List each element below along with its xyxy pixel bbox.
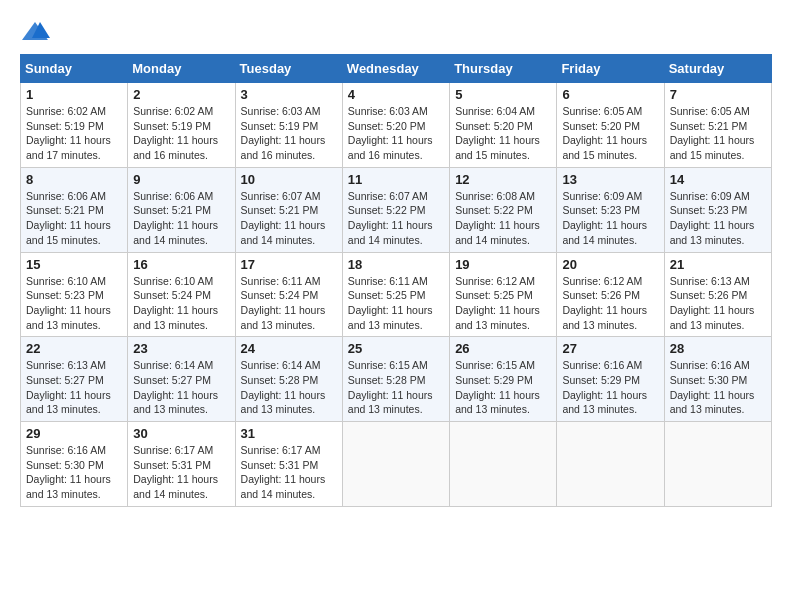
day-info: Sunrise: 6:10 AM Sunset: 5:23 PM Dayligh… (26, 274, 122, 333)
calendar-day-cell: 26 Sunrise: 6:15 AM Sunset: 5:29 PM Dayl… (450, 337, 557, 422)
day-info: Sunrise: 6:08 AM Sunset: 5:22 PM Dayligh… (455, 189, 551, 248)
day-info: Sunrise: 6:11 AM Sunset: 5:24 PM Dayligh… (241, 274, 337, 333)
calendar-day-cell (342, 422, 449, 507)
day-number: 18 (348, 257, 444, 272)
day-info: Sunrise: 6:03 AM Sunset: 5:19 PM Dayligh… (241, 104, 337, 163)
day-info: Sunrise: 6:14 AM Sunset: 5:27 PM Dayligh… (133, 358, 229, 417)
calendar-body: 1 Sunrise: 6:02 AM Sunset: 5:19 PM Dayli… (21, 83, 772, 507)
day-info: Sunrise: 6:06 AM Sunset: 5:21 PM Dayligh… (26, 189, 122, 248)
calendar-day-cell: 29 Sunrise: 6:16 AM Sunset: 5:30 PM Dayl… (21, 422, 128, 507)
calendar-week-row: 29 Sunrise: 6:16 AM Sunset: 5:30 PM Dayl… (21, 422, 772, 507)
calendar-day-cell: 2 Sunrise: 6:02 AM Sunset: 5:19 PM Dayli… (128, 83, 235, 168)
calendar-day-cell (557, 422, 664, 507)
day-info: Sunrise: 6:16 AM Sunset: 5:30 PM Dayligh… (670, 358, 766, 417)
day-number: 25 (348, 341, 444, 356)
calendar-day-cell: 16 Sunrise: 6:10 AM Sunset: 5:24 PM Dayl… (128, 252, 235, 337)
day-number: 14 (670, 172, 766, 187)
calendar-table: SundayMondayTuesdayWednesdayThursdayFrid… (20, 54, 772, 507)
calendar-day-cell: 21 Sunrise: 6:13 AM Sunset: 5:26 PM Dayl… (664, 252, 771, 337)
day-info: Sunrise: 6:05 AM Sunset: 5:20 PM Dayligh… (562, 104, 658, 163)
day-number: 21 (670, 257, 766, 272)
day-number: 13 (562, 172, 658, 187)
weekday-header-row: SundayMondayTuesdayWednesdayThursdayFrid… (21, 55, 772, 83)
day-info: Sunrise: 6:15 AM Sunset: 5:29 PM Dayligh… (455, 358, 551, 417)
day-number: 16 (133, 257, 229, 272)
day-number: 27 (562, 341, 658, 356)
calendar-day-cell: 31 Sunrise: 6:17 AM Sunset: 5:31 PM Dayl… (235, 422, 342, 507)
calendar-day-cell: 3 Sunrise: 6:03 AM Sunset: 5:19 PM Dayli… (235, 83, 342, 168)
day-info: Sunrise: 6:03 AM Sunset: 5:20 PM Dayligh… (348, 104, 444, 163)
day-info: Sunrise: 6:11 AM Sunset: 5:25 PM Dayligh… (348, 274, 444, 333)
weekday-header-cell: Wednesday (342, 55, 449, 83)
day-info: Sunrise: 6:06 AM Sunset: 5:21 PM Dayligh… (133, 189, 229, 248)
weekday-header-cell: Tuesday (235, 55, 342, 83)
calendar-day-cell: 7 Sunrise: 6:05 AM Sunset: 5:21 PM Dayli… (664, 83, 771, 168)
day-number: 22 (26, 341, 122, 356)
day-info: Sunrise: 6:12 AM Sunset: 5:25 PM Dayligh… (455, 274, 551, 333)
day-info: Sunrise: 6:10 AM Sunset: 5:24 PM Dayligh… (133, 274, 229, 333)
day-info: Sunrise: 6:17 AM Sunset: 5:31 PM Dayligh… (241, 443, 337, 502)
day-info: Sunrise: 6:16 AM Sunset: 5:30 PM Dayligh… (26, 443, 122, 502)
calendar-day-cell: 14 Sunrise: 6:09 AM Sunset: 5:23 PM Dayl… (664, 167, 771, 252)
calendar-week-row: 1 Sunrise: 6:02 AM Sunset: 5:19 PM Dayli… (21, 83, 772, 168)
day-info: Sunrise: 6:02 AM Sunset: 5:19 PM Dayligh… (26, 104, 122, 163)
day-info: Sunrise: 6:07 AM Sunset: 5:21 PM Dayligh… (241, 189, 337, 248)
day-number: 6 (562, 87, 658, 102)
calendar-day-cell: 20 Sunrise: 6:12 AM Sunset: 5:26 PM Dayl… (557, 252, 664, 337)
day-number: 15 (26, 257, 122, 272)
day-number: 20 (562, 257, 658, 272)
logo (20, 20, 54, 44)
calendar-day-cell: 8 Sunrise: 6:06 AM Sunset: 5:21 PM Dayli… (21, 167, 128, 252)
day-info: Sunrise: 6:09 AM Sunset: 5:23 PM Dayligh… (562, 189, 658, 248)
day-info: Sunrise: 6:12 AM Sunset: 5:26 PM Dayligh… (562, 274, 658, 333)
logo-icon (20, 20, 50, 44)
day-number: 12 (455, 172, 551, 187)
calendar-day-cell: 18 Sunrise: 6:11 AM Sunset: 5:25 PM Dayl… (342, 252, 449, 337)
calendar-day-cell: 22 Sunrise: 6:13 AM Sunset: 5:27 PM Dayl… (21, 337, 128, 422)
calendar-day-cell: 25 Sunrise: 6:15 AM Sunset: 5:28 PM Dayl… (342, 337, 449, 422)
day-info: Sunrise: 6:13 AM Sunset: 5:26 PM Dayligh… (670, 274, 766, 333)
day-number: 29 (26, 426, 122, 441)
weekday-header-cell: Thursday (450, 55, 557, 83)
day-number: 9 (133, 172, 229, 187)
calendar-day-cell: 4 Sunrise: 6:03 AM Sunset: 5:20 PM Dayli… (342, 83, 449, 168)
weekday-header-cell: Monday (128, 55, 235, 83)
weekday-header-cell: Saturday (664, 55, 771, 83)
calendar-day-cell: 24 Sunrise: 6:14 AM Sunset: 5:28 PM Dayl… (235, 337, 342, 422)
calendar-day-cell: 11 Sunrise: 6:07 AM Sunset: 5:22 PM Dayl… (342, 167, 449, 252)
calendar-day-cell: 9 Sunrise: 6:06 AM Sunset: 5:21 PM Dayli… (128, 167, 235, 252)
calendar-week-row: 8 Sunrise: 6:06 AM Sunset: 5:21 PM Dayli… (21, 167, 772, 252)
day-number: 11 (348, 172, 444, 187)
calendar-week-row: 15 Sunrise: 6:10 AM Sunset: 5:23 PM Dayl… (21, 252, 772, 337)
day-number: 28 (670, 341, 766, 356)
day-number: 5 (455, 87, 551, 102)
weekday-header-cell: Sunday (21, 55, 128, 83)
day-number: 23 (133, 341, 229, 356)
day-number: 8 (26, 172, 122, 187)
day-number: 4 (348, 87, 444, 102)
page-header (20, 20, 772, 44)
calendar-day-cell (450, 422, 557, 507)
day-number: 24 (241, 341, 337, 356)
calendar-day-cell: 15 Sunrise: 6:10 AM Sunset: 5:23 PM Dayl… (21, 252, 128, 337)
calendar-day-cell: 10 Sunrise: 6:07 AM Sunset: 5:21 PM Dayl… (235, 167, 342, 252)
day-number: 7 (670, 87, 766, 102)
calendar-day-cell: 23 Sunrise: 6:14 AM Sunset: 5:27 PM Dayl… (128, 337, 235, 422)
day-info: Sunrise: 6:04 AM Sunset: 5:20 PM Dayligh… (455, 104, 551, 163)
day-info: Sunrise: 6:15 AM Sunset: 5:28 PM Dayligh… (348, 358, 444, 417)
day-info: Sunrise: 6:14 AM Sunset: 5:28 PM Dayligh… (241, 358, 337, 417)
day-number: 10 (241, 172, 337, 187)
day-number: 1 (26, 87, 122, 102)
calendar-day-cell: 27 Sunrise: 6:16 AM Sunset: 5:29 PM Dayl… (557, 337, 664, 422)
day-number: 19 (455, 257, 551, 272)
calendar-week-row: 22 Sunrise: 6:13 AM Sunset: 5:27 PM Dayl… (21, 337, 772, 422)
calendar-day-cell (664, 422, 771, 507)
calendar-day-cell: 17 Sunrise: 6:11 AM Sunset: 5:24 PM Dayl… (235, 252, 342, 337)
calendar-day-cell: 12 Sunrise: 6:08 AM Sunset: 5:22 PM Dayl… (450, 167, 557, 252)
calendar-day-cell: 1 Sunrise: 6:02 AM Sunset: 5:19 PM Dayli… (21, 83, 128, 168)
day-info: Sunrise: 6:09 AM Sunset: 5:23 PM Dayligh… (670, 189, 766, 248)
day-number: 30 (133, 426, 229, 441)
day-info: Sunrise: 6:07 AM Sunset: 5:22 PM Dayligh… (348, 189, 444, 248)
day-info: Sunrise: 6:17 AM Sunset: 5:31 PM Dayligh… (133, 443, 229, 502)
calendar-day-cell: 5 Sunrise: 6:04 AM Sunset: 5:20 PM Dayli… (450, 83, 557, 168)
